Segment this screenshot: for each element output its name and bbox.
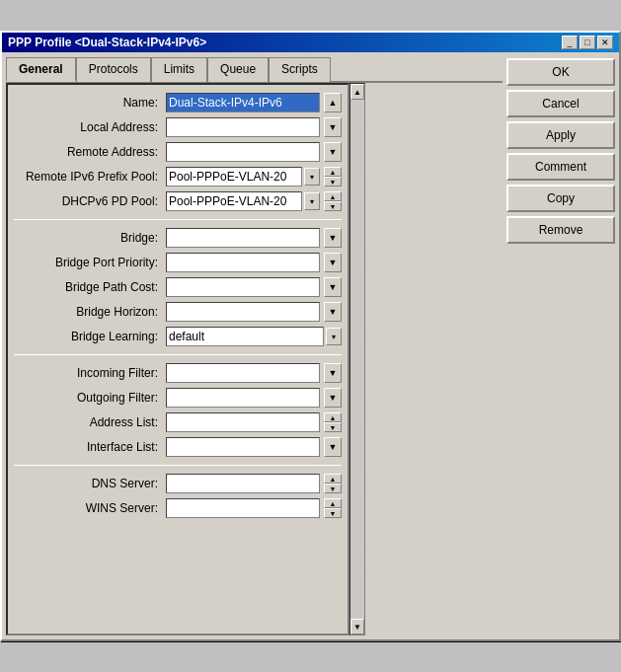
tab-scripts[interactable]: Scripts: [269, 57, 331, 82]
scroll-up-button[interactable]: ▲: [350, 84, 364, 100]
title-bar: PPP Profile <Dual-Stack-IPv4-IPv6> _ □ ✕: [2, 33, 619, 52]
incoming-filter-dropdown-button[interactable]: ▼: [324, 363, 342, 383]
bridge-port-priority-dropdown-button[interactable]: ▼: [324, 253, 342, 272]
remote-ipv6-dropdown-button[interactable]: ▾: [304, 168, 320, 186]
interface-list-dropdown-button[interactable]: ▼: [324, 437, 342, 457]
close-button[interactable]: ✕: [597, 36, 613, 49]
dhcpv6-up-button[interactable]: ▲: [324, 191, 342, 201]
right-panel: OK Cancel Apply Comment Copy Remove: [506, 56, 615, 635]
wins-server-updown: ▲ ▼: [324, 498, 342, 518]
bridge-learning-select[interactable]: default: [166, 327, 324, 346]
local-address-dropdown-button[interactable]: ▼: [324, 117, 342, 137]
bridge-port-priority-row: Bridge Port Priority: ▼: [14, 253, 342, 272]
dns-server-up-button[interactable]: ▲: [324, 474, 342, 484]
apply-button[interactable]: Apply: [506, 121, 615, 149]
bridge-horizon-row: Bridge Horizon: ▼: [14, 302, 342, 322]
form-area-wrapper: Name: ▲ Local Address: ▼ Remote Address:: [6, 83, 503, 635]
ok-button[interactable]: OK: [506, 58, 615, 86]
tabs-bar: General Protocols Limits Queue Scripts: [6, 56, 503, 83]
remote-address-label: Remote Address:: [14, 145, 162, 159]
remote-ipv6-updown: ▲ ▼: [324, 167, 342, 187]
tab-queue[interactable]: Queue: [207, 57, 269, 82]
local-address-label: Local Address:: [14, 120, 162, 134]
tab-protocols[interactable]: Protocols: [76, 57, 151, 82]
remote-address-row: Remote Address: ▼: [14, 142, 342, 162]
address-list-row: Address List: ▲ ▼: [14, 412, 342, 432]
outgoing-filter-dropdown-button[interactable]: ▼: [324, 388, 342, 408]
bridge-path-cost-label: Bridge Path Cost:: [14, 280, 162, 294]
name-scroll-up-button[interactable]: ▲: [324, 93, 342, 112]
bridge-learning-wrapper: default ▾: [166, 327, 342, 346]
window-title: PPP Profile <Dual-Stack-IPv4-IPv6>: [8, 36, 206, 49]
remote-address-dropdown-button[interactable]: ▼: [324, 142, 342, 162]
address-list-down-button[interactable]: ▼: [324, 422, 342, 432]
bridge-path-cost-dropdown-button[interactable]: ▼: [324, 277, 342, 297]
remote-ipv6-down-button[interactable]: ▼: [324, 177, 342, 187]
incoming-filter-row: Incoming Filter: ▼: [14, 363, 342, 383]
left-panel: General Protocols Limits Queue Scripts N…: [6, 56, 503, 635]
interface-list-input[interactable]: [166, 437, 320, 457]
incoming-filter-input[interactable]: [166, 363, 320, 383]
wins-server-up-button[interactable]: ▲: [324, 498, 342, 508]
outgoing-filter-row: Outgoing Filter: ▼: [14, 388, 342, 408]
bridge-horizon-input[interactable]: [166, 302, 320, 322]
bridge-horizon-dropdown-button[interactable]: ▼: [324, 302, 342, 322]
remote-ipv6-up-button[interactable]: ▲: [324, 167, 342, 177]
name-input[interactable]: [166, 93, 320, 112]
dhcpv6-pd-pool-wrapper: Pool-PPPoE-VLAN-20 ▾: [166, 191, 320, 211]
dhcpv6-dropdown-button[interactable]: ▾: [304, 192, 320, 210]
bridge-row: Bridge: ▼: [14, 228, 342, 248]
interface-list-label: Interface List:: [14, 440, 162, 454]
dhcpv6-down-button[interactable]: ▼: [324, 201, 342, 211]
wins-server-input[interactable]: [166, 498, 320, 518]
dhcpv6-pd-pool-select[interactable]: Pool-PPPoE-VLAN-20: [166, 191, 302, 211]
scroll-track[interactable]: [350, 100, 364, 619]
wins-server-down-button[interactable]: ▼: [324, 508, 342, 518]
wins-server-label: WINS Server:: [14, 501, 162, 515]
title-bar-buttons: _ □ ✕: [562, 36, 613, 49]
bridge-port-priority-input[interactable]: [166, 253, 320, 272]
scroll-down-button[interactable]: ▼: [350, 619, 364, 635]
local-address-input[interactable]: [166, 117, 320, 137]
interface-list-row: Interface List: ▼: [14, 437, 342, 457]
dhcpv6-updown: ▲ ▼: [324, 191, 342, 211]
scrollbar: ▲ ▼: [349, 83, 365, 635]
remote-ipv6-prefix-pool-wrapper: Pool-PPPoE-VLAN-20 ▾: [166, 167, 320, 187]
bridge-learning-label: Bridge Learning:: [14, 330, 162, 343]
tab-general[interactable]: General: [6, 57, 76, 82]
tab-limits[interactable]: Limits: [151, 57, 207, 82]
bridge-horizon-label: Bridge Horizon:: [14, 305, 162, 319]
divider-2: [14, 354, 342, 355]
bridge-path-cost-input[interactable]: [166, 277, 320, 297]
copy-button[interactable]: Copy: [506, 185, 615, 212]
bridge-path-cost-row: Bridge Path Cost: ▼: [14, 277, 342, 297]
comment-button[interactable]: Comment: [506, 153, 615, 181]
remote-ipv6-prefix-pool-label: Remote IPv6 Prefix Pool:: [14, 170, 162, 184]
dns-server-updown: ▲ ▼: [324, 474, 342, 493]
bridge-dropdown-button[interactable]: ▼: [324, 228, 342, 248]
bridge-learning-dropdown-button[interactable]: ▾: [326, 328, 342, 345]
remove-button[interactable]: Remove: [506, 216, 615, 244]
dns-server-down-button[interactable]: ▼: [324, 484, 342, 493]
outgoing-filter-input[interactable]: [166, 388, 320, 408]
name-row: Name: ▲: [14, 93, 342, 112]
address-list-up-button[interactable]: ▲: [324, 412, 342, 422]
form-area: Name: ▲ Local Address: ▼ Remote Address:: [6, 83, 349, 635]
dhcpv6-pd-pool-label: DHCPv6 PD Pool:: [14, 194, 162, 208]
remote-ipv6-prefix-pool-row: Remote IPv6 Prefix Pool: Pool-PPPoE-VLAN…: [14, 167, 342, 187]
minimize-button[interactable]: _: [562, 36, 578, 49]
divider-3: [14, 465, 342, 466]
maximize-button[interactable]: □: [580, 36, 595, 49]
wins-server-row: WINS Server: ▲ ▼: [14, 498, 342, 518]
main-window: PPP Profile <Dual-Stack-IPv4-IPv6> _ □ ✕…: [0, 31, 621, 641]
remote-address-input[interactable]: [166, 142, 320, 162]
dns-server-input[interactable]: [166, 474, 320, 493]
address-list-updown: ▲ ▼: [324, 412, 342, 432]
dns-server-row: DNS Server: ▲ ▼: [14, 474, 342, 493]
remote-ipv6-prefix-pool-select[interactable]: Pool-PPPoE-VLAN-20: [166, 167, 302, 187]
cancel-button[interactable]: Cancel: [506, 90, 615, 117]
bridge-learning-row: Bridge Learning: default ▾: [14, 327, 342, 346]
divider-1: [14, 219, 342, 220]
bridge-input[interactable]: [166, 228, 320, 248]
address-list-input[interactable]: [166, 412, 320, 432]
